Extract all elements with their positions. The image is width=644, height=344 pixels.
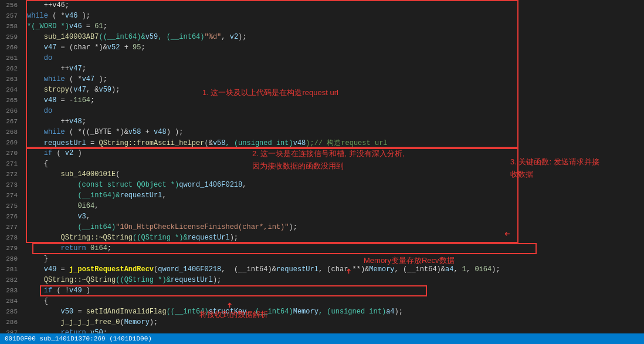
table-row: 268 while ( *((_BYTE *)&v58 + v48) );: [0, 127, 644, 137]
line-content: return 0i64;: [22, 244, 644, 252]
line-number: 282: [0, 276, 22, 284]
line-number: 270: [0, 150, 22, 157]
line-number: 267: [0, 118, 22, 125]
line-content: QString::~QString((QString *)&requestUrl…: [22, 276, 644, 284]
table-row: 272 sub_14000101E(: [0, 169, 644, 180]
line-number: 277: [0, 224, 22, 231]
table-row: 275 0i64,: [0, 201, 644, 211]
table-row: 267 ++v48;: [0, 116, 644, 127]
line-number: 275: [0, 203, 22, 210]
arrow-memory: ➜: [343, 268, 355, 274]
line-content: ++v47;: [22, 65, 644, 73]
table-row: 259 sub_140003AB7((__int64)&v59, (__int6…: [0, 32, 644, 42]
line-number: 260: [0, 44, 22, 51]
line-content: do: [22, 54, 644, 62]
line-content: do: [22, 107, 644, 115]
arrow-parse: ➜: [224, 302, 236, 308]
table-row: 285 v50 = setIdAndInvalidFlag((__int64)s…: [0, 306, 644, 317]
line-content: sub_140003AB7((__int64)&v59, (__int64)"%…: [22, 33, 644, 41]
line-number: 261: [0, 55, 22, 62]
table-row: 284 {: [0, 296, 644, 306]
line-number: 283: [0, 287, 22, 294]
table-row: 283 if ( !v49 ): [0, 285, 644, 296]
table-row: 279 return 0i64;: [0, 243, 644, 254]
line-content: {: [22, 297, 644, 305]
line-content: if ( v2 ): [22, 149, 644, 157]
line-content: v48 = -1i64;: [22, 96, 644, 104]
table-row: 256 ++v46;: [0, 0, 644, 11]
line-number: 279: [0, 245, 22, 252]
status-bar: 001D0F00 sub_1401D1370:269 (1401D1D00): [0, 333, 644, 344]
line-content: (__int64)&requestUrl,: [22, 191, 644, 200]
line-number: 256: [0, 2, 22, 9]
line-content: j_j_j_j_free_0(Memory);: [22, 318, 644, 326]
line-content: QString::~QString((QString *)&requestUrl…: [22, 234, 644, 242]
line-number: 262: [0, 65, 22, 72]
line-number: 286: [0, 319, 22, 326]
line-content: ++v46;: [22, 1, 644, 9]
line-content: (__int64)"1On_HttpCheckLicenseFinished(c…: [22, 223, 644, 231]
arrow-3: ➜: [504, 228, 510, 240]
line-content: while ( *((_BYTE *)&v58 + v48) );: [22, 128, 644, 136]
line-number: 269: [0, 139, 22, 146]
line-content: v50 = setIdAndInvalidFlag((__int64)struc…: [22, 308, 644, 316]
line-number: 285: [0, 308, 22, 315]
line-number: 273: [0, 181, 22, 188]
line-content: v47 = (char *)&v52 + 95;: [22, 43, 644, 52]
line-number: 278: [0, 234, 22, 241]
line-number: 264: [0, 86, 22, 93]
line-number: 284: [0, 298, 22, 305]
line-content: while ( *v47 );: [22, 75, 644, 83]
table-row: 271 {: [0, 158, 644, 169]
line-content: while ( *v46 );: [22, 12, 644, 20]
line-content: {: [22, 160, 644, 168]
line-content: requestUrl = QString::fromAscii_helper(&…: [22, 138, 644, 148]
code-lines: 256 ++v46;257while ( *v46 );258*(_WORD *…: [0, 0, 644, 344]
line-content: if ( !v49 ): [22, 286, 644, 295]
line-number: 258: [0, 23, 22, 30]
table-row: 280 }: [0, 254, 644, 264]
line-number: 265: [0, 97, 22, 104]
table-row: 266 do: [0, 106, 644, 116]
line-number: 271: [0, 160, 22, 167]
line-number: 272: [0, 171, 22, 178]
line-content: }: [22, 255, 644, 263]
table-row: 277 (__int64)"1On_HttpCheckLicenseFinish…: [0, 222, 644, 232]
code-editor: 256 ++v46;257while ( *v46 );258*(_WORD *…: [0, 0, 644, 344]
line-number: 280: [0, 255, 22, 262]
line-number: 268: [0, 129, 22, 136]
table-row: 269 requestUrl = QString::fromAscii_help…: [0, 137, 644, 148]
line-content: ++v48;: [22, 117, 644, 126]
table-row: 265 v48 = -1i64;: [0, 95, 644, 106]
table-row: 274 (__int64)&requestUrl,: [0, 190, 644, 201]
table-row: 278 QString::~QString((QString *)&reques…: [0, 232, 644, 243]
table-row: 273 (const struct QObject *)qword_1406F0…: [0, 180, 644, 190]
table-row: 282 QString::~QString((QString *)&reques…: [0, 275, 644, 285]
line-content: 0i64,: [22, 202, 644, 210]
table-row: 286 j_j_j_j_free_0(Memory);: [0, 317, 644, 328]
line-content: strcpy(v47, &v59);: [22, 86, 644, 94]
line-content: v3,: [22, 213, 644, 221]
table-row: 257while ( *v46 );: [0, 11, 644, 21]
line-number: 276: [0, 213, 22, 220]
line-number: 274: [0, 192, 22, 199]
line-content: v49 = j_postRequestAndRecv(qword_1406F02…: [22, 265, 644, 274]
table-row: 264 strcpy(v47, &v59);: [0, 85, 644, 95]
line-number: 263: [0, 76, 22, 83]
line-number: 257: [0, 12, 22, 19]
table-row: 262 ++v47;: [0, 63, 644, 74]
line-content: sub_14000101E(: [22, 170, 644, 178]
table-row: 263 while ( *v47 );: [0, 74, 644, 85]
table-row: 261 do: [0, 53, 644, 63]
table-row: 270 if ( v2 ): [0, 148, 644, 158]
table-row: 281 v49 = j_postRequestAndRecv(qword_140…: [0, 264, 644, 275]
line-content: *(_WORD *)v46 = 61;: [22, 22, 644, 31]
table-row: 276 v3,: [0, 211, 644, 222]
table-row: 260 v47 = (char *)&v52 + 95;: [0, 42, 644, 53]
line-number: 266: [0, 107, 22, 114]
line-content: (const struct QObject *)qword_1406F0218,: [22, 181, 644, 189]
line-number: 259: [0, 33, 22, 41]
table-row: 258*(_WORD *)v46 = 61;: [0, 21, 644, 32]
status-text: 001D0F00 sub_1401D1370:269 (1401D1D00): [5, 335, 152, 342]
line-number: 281: [0, 266, 22, 273]
